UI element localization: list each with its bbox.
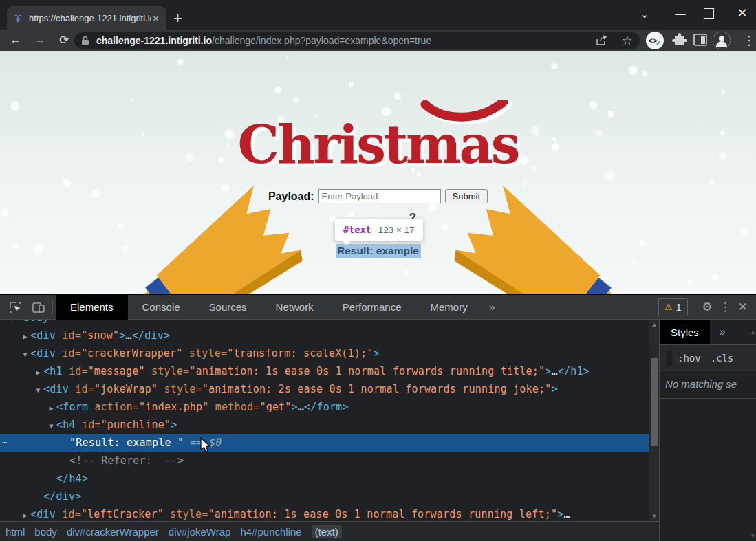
expand-arrow-icon[interactable]: ▶	[20, 507, 30, 521]
snow-dot	[687, 279, 692, 284]
code-segment: "get"	[259, 401, 291, 413]
scrollbar-thumb[interactable]	[651, 358, 658, 446]
lock-icon	[81, 36, 89, 45]
snow-dot	[709, 180, 713, 185]
toolbar-divider	[695, 300, 695, 315]
tab-elements[interactable]: Elements	[56, 295, 128, 320]
back-button[interactable]: ←	[10, 33, 21, 47]
toggle-hover-state[interactable]: :hov	[678, 353, 701, 364]
elements-tree: ▼<body>▶<div id="snow">…</div>▼<div id="…	[0, 320, 649, 521]
tree-row[interactable]: </div>	[0, 487, 649, 505]
code-segment: …	[298, 401, 304, 413]
browser-tab[interactable]: https://challenge-1221.intigriti.io ×	[7, 6, 166, 30]
browser-menu-kebab-icon[interactable]: ⋮	[743, 33, 755, 48]
snow-dot	[711, 274, 718, 281]
window-maximize-button[interactable]	[704, 8, 714, 19]
expand-arrow-icon[interactable]: ▼	[20, 346, 30, 364]
breadcrumb-text-node[interactable]: (text)	[312, 525, 342, 538]
snow-dot	[589, 263, 593, 267]
code-segment: …	[126, 329, 132, 342]
snow-dot	[183, 223, 186, 226]
breadcrumb-punchline[interactable]: h4#punchline	[240, 526, 301, 538]
window-close-button[interactable]: ✕	[732, 3, 753, 23]
tab-performance[interactable]: Performance	[328, 295, 416, 320]
devtools-settings-gear-icon[interactable]: ⚙	[702, 300, 713, 314]
filter-input[interactable]	[667, 351, 672, 366]
tree-row[interactable]: ▶<h1 id="message" style="animation: 1s e…	[0, 362, 649, 380]
tooltip-dimensions: 123 × 17	[378, 225, 415, 235]
tab-close-icon[interactable]: ×	[153, 12, 159, 24]
tree-row[interactable]: ▶<div id="snow">…</div>	[0, 327, 649, 344]
tree-row[interactable]: ▼<h4 id="punchline">	[0, 416, 649, 434]
code-segment: </h1>	[558, 365, 590, 377]
code-segment: id=	[69, 383, 94, 395]
payload-input[interactable]	[318, 189, 441, 203]
elements-scrollbar[interactable]: ▲ ▼	[649, 320, 659, 521]
inspect-element-icon[interactable]	[8, 300, 22, 314]
snow-dot	[274, 87, 281, 93]
code-segment: >	[552, 383, 558, 395]
expand-arrow-icon[interactable]: ▼	[33, 382, 43, 399]
more-tabs-chevron-icon[interactable]: »	[482, 301, 502, 313]
tree-row[interactable]: </h4>	[0, 470, 649, 487]
tab-console[interactable]: Console	[128, 295, 195, 320]
extension-badge-icon[interactable]: <>✓	[646, 32, 664, 49]
tab-search-chevron-icon[interactable]: ⌄	[634, 4, 655, 25]
issues-warning-badge[interactable]: ⚠ 1	[658, 298, 687, 316]
styles-scrollbar[interactable]: ▲ ▼	[750, 320, 756, 541]
devtools-close-icon[interactable]: ✕	[738, 300, 748, 314]
person-icon	[713, 32, 731, 49]
breadcrumb-jokewrap[interactable]: div#jokeWrap	[169, 526, 231, 538]
extensions-puzzle-icon[interactable]	[672, 33, 687, 48]
code-segment: <div	[43, 383, 69, 395]
code-segment: style=	[164, 508, 208, 520]
tree-row[interactable]: ▼<body>	[0, 320, 649, 327]
code-segment: "crackerWrapper"	[81, 347, 183, 360]
breadcrumb-body[interactable]: body	[34, 526, 57, 538]
expand-arrow-icon[interactable]: ▶	[33, 364, 43, 382]
toggle-classes[interactable]: .cls	[711, 353, 734, 364]
snow-dot	[722, 90, 725, 93]
intigriti-favicon-icon	[12, 13, 23, 24]
code-segment: </form>	[304, 401, 349, 413]
address-bar[interactable]: challenge-1221.intigriti.io/challenge/in…	[74, 32, 640, 49]
tree-row[interactable]: ▼<div id="crackerWrapper" style="transfo…	[0, 344, 649, 362]
window-minimize-button[interactable]: —	[670, 3, 691, 23]
tree-row[interactable]: ▶<div id="leftCracker" style="animation:…	[0, 505, 649, 521]
inspect-tooltip: #text 123 × 17	[335, 219, 423, 241]
new-tab-button[interactable]: +	[173, 10, 182, 27]
profile-avatar[interactable]	[713, 32, 731, 49]
expand-arrow-icon[interactable]: ▶	[20, 328, 30, 346]
tab-sources[interactable]: Sources	[195, 295, 261, 320]
submit-button[interactable]: Submit	[445, 189, 488, 203]
styles-more-chevron-icon[interactable]: »	[720, 326, 726, 338]
snow-dot	[1, 208, 9, 217]
tab-memory[interactable]: Memory	[416, 295, 482, 320]
device-toolbar-icon[interactable]	[32, 300, 45, 314]
code-segment: <!-- Referer: -->	[69, 454, 184, 467]
expand-arrow-icon[interactable]: ▶	[46, 399, 56, 417]
row-overflow-dots-icon[interactable]: ⋯	[2, 434, 8, 452]
devtools-menu-kebab-icon[interactable]: ⋮	[720, 300, 731, 314]
tab-network[interactable]: Network	[261, 295, 328, 320]
share-icon[interactable]	[596, 35, 608, 46]
expand-arrow-icon[interactable]: ▼	[46, 417, 56, 435]
code-segment: style=	[145, 365, 190, 377]
reload-button[interactable]: ⟳	[59, 33, 69, 47]
tab-styles[interactable]: Styles	[660, 320, 710, 344]
code-segment: "snow"	[81, 329, 119, 342]
code-segment: "punchline"	[101, 419, 171, 431]
breadcrumb-crackerwrapper[interactable]: div#crackerWrapper	[67, 526, 159, 538]
snow-dot	[539, 258, 549, 267]
code-segment: id=	[56, 329, 81, 342]
side-panel-icon[interactable]	[693, 33, 707, 47]
breadcrumb-html[interactable]: html	[6, 526, 25, 538]
tree-row[interactable]: <!-- Referer: -->	[0, 452, 649, 470]
tree-row[interactable]: "Result: example " == $0⋯	[0, 434, 649, 452]
tree-row[interactable]: ▶<form action="index.php" method="get">……	[0, 398, 649, 416]
forward-button[interactable]: →	[34, 33, 46, 47]
tree-row[interactable]: ▼<div id="jokeWrap" style="animation: 2s…	[0, 380, 649, 398]
code-segment: <h4	[56, 419, 76, 431]
bookmark-star-icon[interactable]: ☆	[622, 33, 633, 48]
code-segment: <div	[30, 347, 56, 360]
